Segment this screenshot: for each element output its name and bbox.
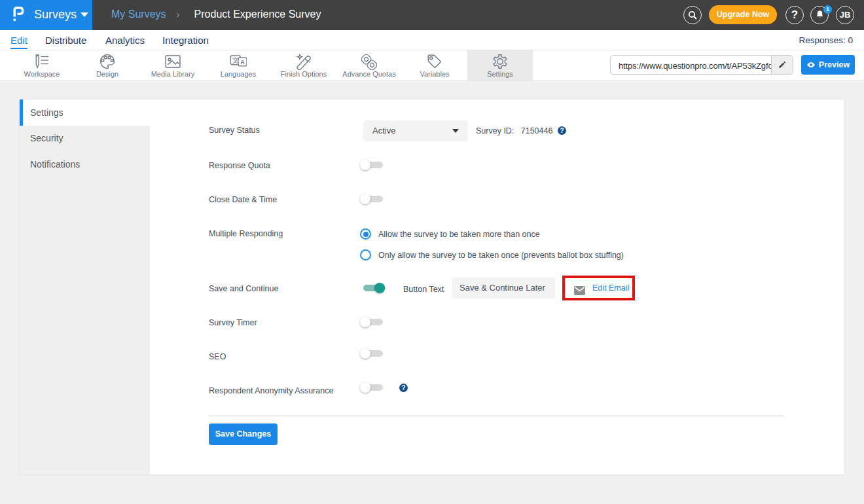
svg-text:A: A [240,59,245,65]
